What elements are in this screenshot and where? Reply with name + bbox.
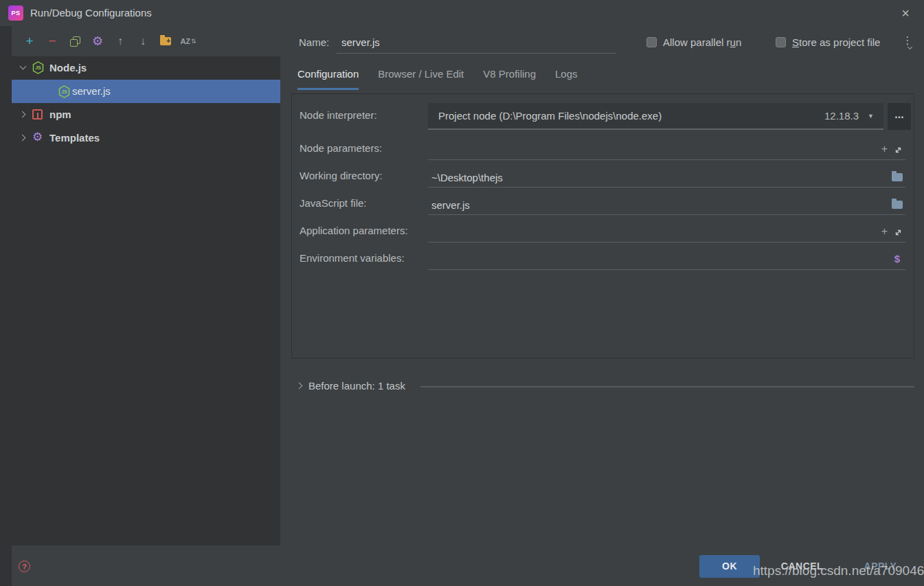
add-configuration-icon[interactable]: +	[23, 34, 36, 48]
edit-defaults-gear-icon[interactable]: ⚙	[91, 34, 104, 48]
application-parameters-label: Application parameters:	[300, 225, 408, 236]
working-directory-input[interactable]: ~\Desktop\thejs	[428, 169, 905, 188]
name-input-underline	[337, 53, 616, 54]
node-parameters-input[interactable]: +	[428, 142, 905, 160]
tab-browser-live-edit[interactable]: Browser / Live Edit	[378, 68, 464, 90]
tree-item-label: Templates	[49, 126, 100, 150]
browse-folder-icon[interactable]	[892, 173, 903, 181]
application-parameters-input[interactable]: +	[428, 224, 905, 243]
before-launch-chevron-icon[interactable]	[296, 383, 303, 390]
name-label: Name:	[299, 36, 329, 49]
npm-icon	[32, 108, 43, 122]
configuration-form: Node interpreter: Project node (D:\Progr…	[291, 93, 914, 359]
svg-text:JS: JS	[61, 89, 67, 94]
browse-folder-icon[interactable]	[892, 201, 903, 209]
tree-item-npm-group[interactable]: npm	[12, 103, 280, 126]
allow-parallel-run-label[interactable]: Allow parallel run	[663, 36, 741, 49]
configuration-tabs: Configuration Browser / Live Edit V8 Pro…	[297, 68, 578, 90]
copy-icon	[70, 36, 80, 46]
window-title: Run/Debug Configurations	[30, 0, 152, 26]
left-edge-panel	[0, 26, 12, 586]
tree-item-label: Node.js	[49, 56, 87, 80]
interpreter-more-button[interactable]: ...	[888, 103, 911, 130]
copy-configuration-icon[interactable]	[68, 34, 82, 48]
environment-variables-icon[interactable]: $	[894, 253, 900, 264]
chevron-down-icon[interactable]	[20, 63, 27, 70]
expand-field-icon[interactable]	[894, 145, 903, 157]
store-as-project-file-checkbox[interactable]	[776, 37, 786, 47]
close-icon[interactable]: ×	[894, 0, 917, 26]
environment-variables-input[interactable]: $	[428, 251, 905, 270]
configurations-tree: JS Node.js JS server.js npm ⚙ Templates	[12, 56, 280, 545]
svg-text:JS: JS	[35, 65, 41, 70]
expand-field-icon[interactable]	[894, 227, 903, 239]
phpstorm-logo-icon: PS	[8, 5, 23, 21]
move-down-icon[interactable]: ↓	[136, 34, 150, 48]
nodejs-icon: JS	[32, 61, 44, 76]
chevron-right-icon[interactable]	[19, 111, 26, 118]
csdn-watermark: https://blog.csdn.net/a709046532	[753, 563, 924, 578]
remove-configuration-icon[interactable]: −	[45, 34, 59, 48]
node-version-badge: 12.18.3	[824, 103, 859, 128]
tab-configuration[interactable]: Configuration	[297, 68, 359, 90]
create-folder-icon[interactable]	[159, 34, 172, 48]
folder-add-icon	[160, 37, 171, 45]
node-interpreter-label: Node interpreter:	[300, 109, 377, 121]
before-launch-label[interactable]: Before launch: 1 task	[308, 380, 405, 392]
add-macro-icon[interactable]: +	[881, 143, 888, 155]
node-interpreter-value: Project node (D:\Program Files\nodejs\no…	[438, 103, 662, 128]
ok-button[interactable]: OK	[699, 555, 760, 578]
tab-logs[interactable]: Logs	[555, 68, 578, 90]
node-parameters-label: Node parameters:	[300, 142, 382, 154]
move-up-icon[interactable]: ↑	[113, 34, 127, 48]
help-icon[interactable]: ?	[19, 561, 30, 572]
tree-item-label: npm	[49, 103, 71, 126]
javascript-file-label: JavaScript file:	[300, 197, 367, 209]
javascript-file-input[interactable]: server.js	[428, 196, 905, 215]
working-directory-label: Working directory:	[300, 170, 383, 181]
tab-v8-profiling[interactable]: V8 Profiling	[483, 68, 536, 90]
store-as-project-file-label[interactable]: Store as project file	[792, 36, 880, 49]
allow-parallel-run-checkbox[interactable]	[646, 37, 657, 47]
tree-item-serverjs-selected[interactable]: JS server.js	[12, 80, 280, 103]
title-bar: PS Run/Debug Configurations ×	[0, 0, 924, 26]
name-input[interactable]: server.js	[341, 36, 380, 49]
tree-item-nodejs-group[interactable]: JS Node.js	[12, 56, 280, 80]
node-interpreter-combobox[interactable]: Project node (D:\Program Files\nodejs\no…	[428, 103, 883, 130]
kebab-menu-icon[interactable]: ⋮	[901, 34, 914, 51]
dropdown-caret-icon[interactable]: ▼	[868, 113, 874, 120]
add-macro-icon[interactable]: +	[881, 225, 888, 238]
templates-gear-icon: ⚙	[32, 131, 43, 143]
tree-item-templates-group[interactable]: ⚙ Templates	[12, 126, 280, 150]
nodejs-icon: JS	[58, 85, 70, 100]
environment-variables-label: Environment variables:	[300, 252, 405, 264]
sort-configurations-icon[interactable]: AZ	[181, 34, 195, 48]
tree-item-label: server.js	[72, 80, 111, 103]
before-launch-separator	[420, 386, 914, 387]
configurations-toolbar: + − ⚙ ↑ ↓ AZ	[12, 26, 280, 56]
chevron-right-icon[interactable]	[19, 135, 26, 142]
